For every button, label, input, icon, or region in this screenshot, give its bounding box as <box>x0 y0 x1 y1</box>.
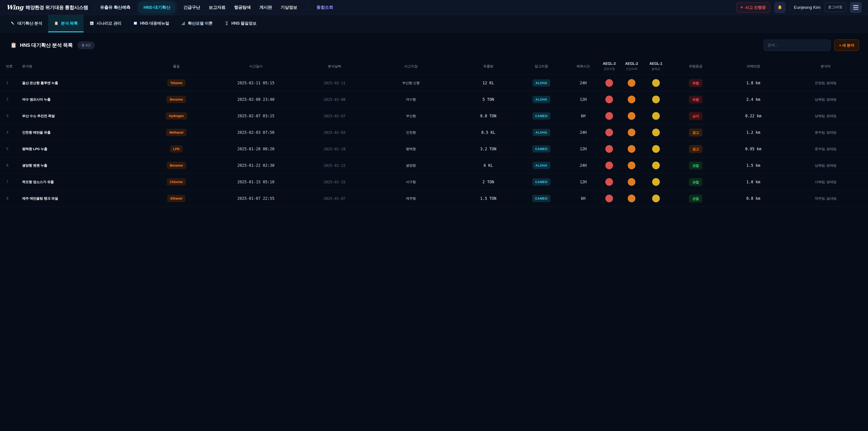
algorithm-badge: CAMEO <box>532 178 551 186</box>
aegl-3-indicator <box>605 129 613 136</box>
aegl-2-indicator <box>628 194 636 202</box>
tab-scenario-management[interactable]: 시나리오 관리 <box>84 15 127 32</box>
aegl-3-indicator <box>605 162 613 169</box>
column-header-aegl-1: AEGL-1 불쾌감 <box>644 61 668 71</box>
risk-level-badge: 경고 <box>689 145 702 153</box>
row-number: 6 <box>0 163 16 167</box>
analysis-date: 2025-01-22 <box>308 163 361 168</box>
search-input[interactable] <box>764 39 831 51</box>
menu-item-emergency-rescue[interactable]: 긴급구난 <box>184 4 200 10</box>
menu-item-aerial-search[interactable]: 항공탐색 <box>234 4 251 10</box>
menu-item-weather-info[interactable]: 기상정보 <box>281 4 297 10</box>
algorithm-cell: ALOHA <box>515 162 567 169</box>
forecast-duration: 6H <box>567 196 599 201</box>
aegl-3-indicator-cell <box>599 162 619 169</box>
menu-item-board[interactable]: 게시판 <box>259 4 272 10</box>
risk-level-badge: 관찰 <box>689 178 702 186</box>
analyst-teams: 중부팀, 방재팀 <box>783 147 868 151</box>
tab-hns-response-manual[interactable]: HNS 대응매뉴얼 <box>127 15 175 32</box>
tab-hns-substance-info[interactable]: HNS 물질정보 <box>219 15 262 32</box>
spill-amount: 1.5 TON <box>461 196 515 201</box>
spill-amount: 5 TON <box>461 97 515 102</box>
analysis-table: 번호 분석명 물질 사고일시 분석날짜 사고지점 유출량 알고리즘 예측시간 A… <box>0 58 868 207</box>
damage-radius: 2.4 km <box>723 97 783 102</box>
algorithm-badge: ALOHA <box>532 79 550 87</box>
incident-datetime: 2025-01-15 05:10 <box>204 180 308 184</box>
incident-location: 부산항 <box>361 114 461 118</box>
tab-dispersion-analysis[interactable]: 대기확산 분석 <box>4 15 48 32</box>
algorithm-badge: CAMEO <box>532 195 551 202</box>
algorithm-badge: ALOHA <box>532 129 550 136</box>
aegl-1-indicator <box>652 79 660 87</box>
analysis-name: 목포항 염소스가 유출 <box>16 180 149 184</box>
analysis-date: 2025-02-07 <box>308 114 361 118</box>
damage-radius: 1.8 km <box>723 81 783 85</box>
aegl-1-indicator-cell <box>644 162 668 169</box>
aegl-2-indicator <box>628 112 636 120</box>
incident-location: 인천항 <box>361 130 461 135</box>
incident-datetime: 2025-01-22 02:30 <box>204 163 308 168</box>
aegl-3-indicator <box>605 96 613 103</box>
aegl-2-indicator-cell <box>619 79 644 87</box>
table-row[interactable]: 4인천항 메탄올 유출Methanol2025-02-03 07:502025-… <box>0 124 868 141</box>
risk-level-badge: 위험 <box>689 79 702 87</box>
aegl-3-indicator <box>605 194 613 202</box>
incident-status-label: 사고 진행중 <box>745 5 766 10</box>
spill-amount: 2 TON <box>461 180 515 184</box>
table-row[interactable]: 8제주 에탄올링 탱크 파열Ethanol2025-01-07 22:55202… <box>0 190 868 207</box>
logout-button[interactable]: 로그아웃 <box>825 3 846 12</box>
risk-cell: 관찰 <box>668 178 723 186</box>
table-row[interactable]: 7목포항 염소스가 유출Chlorine2025-01-15 05:102025… <box>0 174 868 190</box>
notifications-button[interactable] <box>774 2 785 13</box>
analysis-date: 2025-02-08 <box>308 97 361 102</box>
algorithm-cell: ALOHA <box>515 129 567 136</box>
menu-divider <box>307 4 307 11</box>
aegl-1-indicator <box>652 162 660 169</box>
substance-badge: LPG <box>170 145 183 153</box>
hamburger-menu-button[interactable] <box>850 2 862 13</box>
aegl-3-indicator-cell <box>599 79 619 87</box>
algorithm-cell: CAMEO <box>515 178 567 186</box>
forecast-duration: 12H <box>567 97 599 102</box>
table-row[interactable]: 5평택항 LPG 누출LPG2025-01-28 00:202025-01-28… <box>0 141 868 157</box>
menu-item-integrated-search[interactable]: 통합조회 <box>316 4 333 10</box>
risk-cell: 위험 <box>668 79 723 87</box>
tab-dispersion-model-theory[interactable]: 확산모델 이론 <box>175 15 219 32</box>
column-header-aegl-3: AEGL-3 생명위협 <box>599 61 619 71</box>
book-icon <box>133 21 138 26</box>
algorithm-badge: CAMEO <box>532 112 551 120</box>
new-analysis-button[interactable]: + 새 분석 <box>834 39 859 51</box>
menu-item-reports[interactable]: 보고자료 <box>209 4 225 10</box>
analysis-name: 여수 엠프시아 누출 <box>16 97 149 102</box>
substance-cell: Toluene <box>149 79 204 87</box>
substance-badge: Ethanol <box>167 195 185 202</box>
aegl-1-indicator-cell <box>644 112 668 120</box>
table-row[interactable]: 1울산 온산항 톨루엔 누출Toluene2025-02-11 05:15202… <box>0 75 868 91</box>
forecast-duration: 6H <box>567 114 599 118</box>
risk-level-badge: 관찰 <box>689 194 702 203</box>
aegl-2-indicator <box>628 162 636 169</box>
tab-analysis-list[interactable]: 분석 목록 <box>48 15 84 32</box>
table-row[interactable]: 3부산 수소 추진연 폭발Hydrogen2025-02-07 03:15202… <box>0 108 868 124</box>
menu-item-spill-forecast[interactable]: 유출유 확산예측 <box>100 4 130 10</box>
aegl-3-indicator <box>605 145 613 153</box>
test-tube-icon <box>10 21 15 26</box>
column-header-name: 분석명 <box>16 64 149 68</box>
column-header-risk: 위험등급 <box>668 64 723 68</box>
aegl-1-indicator <box>652 129 660 136</box>
analysis-date: 2025-01-28 <box>308 147 361 151</box>
analyst-teams: 남해팀, 방재팀 <box>783 97 868 102</box>
table-header: 번호 분석명 물질 사고일시 분석날짜 사고지점 유출량 알고리즘 예측시간 A… <box>0 58 868 75</box>
aegl-2-indicator-cell <box>619 162 644 169</box>
incident-location: 광양항 <box>361 163 461 168</box>
risk-level-badge: 심각 <box>689 112 702 120</box>
risk-level-badge: 위험 <box>689 96 702 103</box>
aegl-3-indicator <box>605 178 613 186</box>
analyst-teams: 서해팀, 방재팀 <box>783 180 868 184</box>
table-row[interactable]: 6광양항 벤젠 누출Benzene2025-01-22 02:302025-01… <box>0 157 868 174</box>
analysis-date: 2025-02-11 <box>308 81 361 85</box>
topbar: Wing 해양환경 위기대응 통합시스템 유출유 확산예측HNS·대기확산긴급구… <box>0 0 868 15</box>
analysis-date: 2025-02-03 <box>308 130 361 135</box>
menu-item-hns-dispersion[interactable]: HNS·대기확산 <box>139 2 175 13</box>
table-row[interactable]: 2여수 엠프시아 누출Benzene2025-02-08 23:402025-0… <box>0 91 868 108</box>
